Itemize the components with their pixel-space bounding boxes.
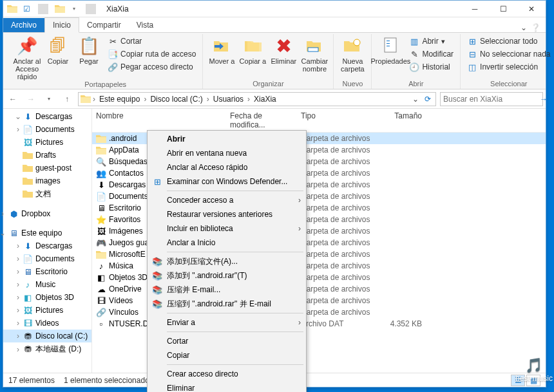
invert-selection-button[interactable]: ◫Invertir selección (464, 61, 553, 73)
qat-dropdown-icon[interactable]: ▾ (69, 4, 79, 14)
tree-drafts[interactable]: Drafts (3, 149, 91, 162)
select-all-button[interactable]: ⊞Seleccionar todo (464, 35, 553, 47)
col-date[interactable]: Fecha de modifica... (226, 109, 297, 132)
ctx-restore-versions[interactable]: Restaurar versiones anteriores (149, 207, 305, 221)
move-to-button[interactable]: Mover a (207, 34, 236, 65)
desktop-shortcut-best-music[interactable]: 🎵 best-music (515, 357, 553, 383)
history-button[interactable]: 🕘Historial (406, 61, 456, 73)
music-folder-icon: 🎵 (515, 357, 553, 374)
close-button[interactable]: ✕ (517, 1, 546, 17)
ctx-open[interactable]: Abrir (149, 132, 305, 146)
ribbon-collapse-icon[interactable]: ⌄ (521, 23, 527, 32)
ctx-send-to[interactable]: Enviar a› (149, 315, 305, 330)
tree-pictures[interactable]: 🖼Pictures (3, 136, 91, 149)
folder-icon (96, 133, 106, 144)
delete-button[interactable]: ✖Eliminar (269, 34, 298, 65)
refresh-icon[interactable]: ⟳ (421, 95, 434, 104)
cut-button[interactable]: ✂Cortar (105, 35, 198, 47)
address-dropdown-icon[interactable]: ⌄ (410, 95, 421, 104)
file-type: Carpeta de archivos (297, 134, 381, 143)
file-size: 4.352 KB (381, 319, 426, 328)
ctx-defender[interactable]: ⊞Examinar con Windows Defender... (149, 174, 305, 189)
tab-file[interactable]: Archivo (3, 18, 44, 32)
breadcrumb-item[interactable]: Disco local (C:) (148, 95, 205, 104)
ctx-pin-start[interactable]: Anclar a Inicio (149, 236, 305, 250)
rename-button[interactable]: Cambiar nombre (300, 34, 329, 73)
tree-tpc-downloads[interactable]: ›⬇Descargas (3, 239, 91, 252)
breadcrumb[interactable]: › Este equipo› Disco local (C:)› Usuario… (78, 92, 436, 106)
paste-shortcut-button[interactable]: 🔗Pegar acceso directo (105, 61, 198, 73)
documents-icon: 📄 (96, 191, 106, 201)
tab-share[interactable]: Compartir (79, 18, 129, 32)
group-label-new: Nuevo (343, 80, 363, 89)
paste-button[interactable]: 📋Pegar (74, 34, 104, 65)
tree-dropbox[interactable]: ›⬢Dropbox (3, 207, 91, 220)
breadcrumb-item[interactable]: Usuarios (211, 95, 246, 104)
svg-rect-0 (308, 48, 318, 51)
copy-to-button[interactable]: Copiar a (238, 34, 267, 65)
tree-tpc-pictures[interactable]: ›🖼Pictures (3, 304, 91, 317)
pin-quickaccess-button[interactable]: 📌Anclar al Acceso rápido (12, 34, 42, 80)
file-type: Carpeta de archivos (297, 145, 381, 154)
copy-button[interactable]: 🗐Copiar (43, 34, 73, 65)
help-icon[interactable]: ❔ (531, 23, 540, 32)
new-folder-button[interactable]: Nueva carpeta (338, 34, 367, 73)
nav-back-button[interactable]: ← (6, 92, 20, 106)
ctx-delete[interactable]: Eliminar (149, 381, 305, 392)
nav-up-button[interactable]: ↑ (60, 92, 74, 106)
ctx-pin-quick[interactable]: Anclar al Acceso rápido (149, 160, 305, 174)
ctx-create-shortcut[interactable]: Crear acceso directo (149, 367, 305, 381)
pictures-icon: 🖼 (96, 226, 106, 236)
svg-point-1 (354, 39, 360, 46)
ctx-rar-add[interactable]: 📚添加到压缩文件(A)... (149, 254, 305, 268)
col-type[interactable]: Tipo (297, 109, 381, 132)
ctx-include-library[interactable]: Incluir en biblioteca› (149, 221, 305, 236)
search-input[interactable] (443, 95, 540, 104)
tree-tpc-desktop[interactable]: ›🖥Escritorio (3, 265, 91, 278)
tab-view[interactable]: Vista (129, 18, 161, 32)
minimize-button[interactable]: ─ (461, 1, 489, 17)
qat-properties-icon[interactable]: ☑ (21, 4, 32, 14)
tree-documents[interactable]: ›📄Documents (3, 123, 91, 136)
ctx-rar-emailname[interactable]: 📚压缩到 ".android.rar" 并 E-mail (149, 297, 305, 311)
tree-downloads[interactable]: ⌄⬇Descargas (3, 110, 91, 123)
qat-newfolder-icon[interactable] (55, 4, 65, 14)
tree-tpc-documents[interactable]: ›📄Documents (3, 252, 91, 265)
col-size[interactable]: Tamaño (381, 109, 426, 132)
tree-images[interactable]: images (3, 174, 91, 187)
search-box[interactable]: → (440, 92, 543, 106)
file-type: Carpeta de archivos (297, 250, 381, 259)
edit-button[interactable]: ✎Modificar (406, 48, 456, 60)
ctx-open-new-window[interactable]: Abrir en ventana nueva (149, 146, 305, 160)
ctx-rar-email[interactable]: 📚压缩并 E-mail... (149, 283, 305, 297)
tab-home[interactable]: Inicio (44, 17, 79, 33)
maximize-button[interactable]: ☐ (489, 1, 517, 17)
tree-tpc-videos[interactable]: ›🎞Videos (3, 317, 91, 330)
properties-button[interactable]: Propiedades (376, 34, 405, 65)
open-button[interactable]: ▥Abrir ▾ (406, 35, 456, 47)
breadcrumb-item[interactable]: Este equipo (97, 95, 142, 104)
ctx-copy[interactable]: Copiar (149, 348, 305, 362)
nav-forward-button[interactable]: → (24, 92, 38, 106)
tree-wendang[interactable]: 文档 (3, 187, 91, 201)
column-headers[interactable]: Nombre Fecha de modifica... Tipo Tamaño (92, 109, 546, 133)
winrar-icon: 📚 (151, 284, 163, 295)
file-name: Búsquedas (109, 157, 148, 166)
tree-thispc[interactable]: ⌄🖥Este equipo (3, 227, 91, 239)
tree-tpc-diskd[interactable]: ›⛃本地磁盘 (D:) (3, 342, 91, 356)
col-name[interactable]: Nombre (92, 109, 226, 132)
ctx-separator (167, 364, 303, 365)
ctx-grant-access[interactable]: Conceder acceso a› (149, 193, 305, 207)
tree-guestpost[interactable]: guest-post (3, 162, 91, 174)
ctx-rar-addname[interactable]: 📚添加到 ".android.rar"(T) (149, 268, 305, 283)
ctx-cut[interactable]: Cortar (149, 334, 305, 348)
breadcrumb-item[interactable]: XiaXia (251, 95, 279, 104)
navigation-tree[interactable]: ⌄⬇Descargas ›📄Documents 🖼Pictures Drafts… (3, 109, 92, 373)
select-none-button[interactable]: ⊟No seleccionar nada (464, 48, 553, 60)
nav-recent-button[interactable]: ▾ (42, 92, 56, 106)
chevron-right-icon[interactable]: › (91, 95, 97, 104)
copy-path-button[interactable]: 📑Copiar ruta de acceso (105, 48, 198, 60)
tree-tpc-3d[interactable]: ›◧Objetos 3D (3, 291, 91, 304)
tree-tpc-diskc[interactable]: ›⛃Disco local (C:) (3, 330, 91, 342)
tree-tpc-music[interactable]: ›♪Music (3, 278, 91, 291)
